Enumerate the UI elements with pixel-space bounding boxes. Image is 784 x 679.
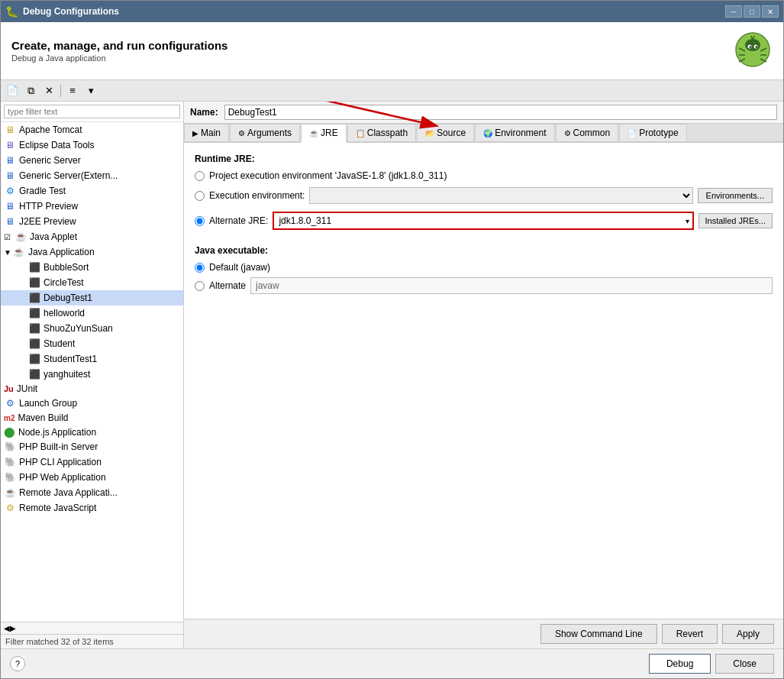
apply-button[interactable]: Apply <box>722 624 774 644</box>
debug-button[interactable]: Debug <box>649 654 711 674</box>
debugtest1-icon: ⬛ <box>28 292 40 304</box>
exec-env-radio[interactable] <box>195 191 205 201</box>
sidebar-item-helloworld[interactable]: ⬛ helloworld <box>1 306 183 321</box>
sidebar-item-label: Generic Server <box>19 155 81 166</box>
sidebar-item-yanghuitest[interactable]: ⬛ yanghuitest <box>1 367 183 382</box>
tab-main-label: Main <box>201 128 221 138</box>
sidebar-item-label: ShuoZuYunSuan <box>44 323 113 334</box>
sidebar-item-label: Remote Java Applicati... <box>19 487 118 498</box>
scroll-right-button[interactable]: ▶ <box>10 624 16 632</box>
svg-point-4 <box>750 46 751 47</box>
remote-java-icon: ☕ <box>4 487 16 499</box>
sidebar-item-label: Remote JavaScript <box>19 503 96 513</box>
shuozuyunsuan-icon: ⬛ <box>28 322 40 335</box>
alternate-jre-label: Alternate JRE: <box>209 215 268 226</box>
sidebar-item-junit[interactable]: Ju JUnit <box>1 382 183 396</box>
tab-main[interactable]: ▶ Main <box>184 124 229 141</box>
j2ee-icon: 🖥 <box>4 215 16 228</box>
dropdown-button[interactable]: ▾ <box>82 82 99 99</box>
sidebar-item-launch-group[interactable]: ⚙ Launch Group <box>1 396 183 411</box>
help-button[interactable]: ? <box>10 656 25 671</box>
sidebar-item-j2ee-preview[interactable]: 🖥 J2EE Preview <box>1 214 183 229</box>
panel-action-bar: Show Command Line Revert Apply <box>184 619 783 648</box>
duplicate-button[interactable]: ⧉ <box>22 82 39 99</box>
sidebar-item-label: PHP CLI Application <box>19 457 102 467</box>
default-javaw-row: Default (javaw) <box>195 262 773 273</box>
jre-select[interactable]: jdk1.8.0_311 <box>274 213 692 228</box>
prototype-tab-icon: 📄 <box>628 129 637 137</box>
sidebar-item-student[interactable]: ⬛ Student <box>1 336 183 351</box>
sidebar-item-maven-build[interactable]: m2 Maven Build <box>1 411 183 425</box>
sidebar-item-java-application[interactable]: ▼ ☕ Java Application <box>1 244 183 260</box>
toolbar: 📄 ⧉ ✕ ≡ ▾ <box>1 80 783 102</box>
default-javaw-radio[interactable] <box>195 263 205 273</box>
sidebar-item-apache-tomcat[interactable]: 🖥 Apache Tomcat <box>1 122 183 137</box>
show-command-line-button[interactable]: Show Command Line <box>540 624 657 644</box>
alternate-exec-input[interactable] <box>250 277 773 294</box>
common-tab-icon: ⚙ <box>564 129 571 137</box>
sidebar-item-label: Student <box>44 338 75 349</box>
sidebar-item-label: yanghuitest <box>44 369 90 380</box>
tab-prototype[interactable]: 📄 Prototype <box>619 124 686 141</box>
project-exec-env-row: Project execution environment 'JavaSE-1.… <box>195 170 773 181</box>
classpath-tab-icon: 📋 <box>356 129 365 137</box>
sidebar-item-studenttest1[interactable]: ⬛ StudentTest1 <box>1 351 183 367</box>
sidebar: 🖥 Apache Tomcat 🖥 Eclipse Data Tools 🖥 G… <box>1 102 184 648</box>
remote-js-icon: ⚙ <box>4 502 16 514</box>
tab-classpath[interactable]: 📋 Classpath <box>347 124 416 141</box>
sidebar-item-remote-js[interactable]: ⚙ Remote JavaScript <box>1 500 183 516</box>
tab-source[interactable]: 📂 Source <box>417 124 474 141</box>
php-web-icon: 🐘 <box>4 471 16 483</box>
applet-icon: ☕ <box>15 231 27 243</box>
maximize-button[interactable]: □ <box>744 5 760 18</box>
sidebar-item-debugtest1[interactable]: ⬛ DebugTest1 <box>1 290 183 306</box>
circletest-icon: ⬛ <box>28 276 40 289</box>
sidebar-item-java-applet[interactable]: ☑ ☕ Java Applet <box>1 229 183 244</box>
sidebar-item-shuozuyunsuan[interactable]: ⬛ ShuoZuYunSuan <box>1 321 183 336</box>
sidebar-item-http-preview[interactable]: 🖥 HTTP Preview <box>1 199 183 214</box>
studenttest1-icon: ⬛ <box>28 353 40 365</box>
sidebar-item-eclipse-data-tools[interactable]: 🖥 Eclipse Data Tools <box>1 137 183 153</box>
http-icon: 🖥 <box>4 200 16 212</box>
name-input[interactable] <box>224 105 777 120</box>
sidebar-item-php-builtin[interactable]: 🐘 PHP Built-in Server <box>1 439 183 454</box>
yanghuitest-icon: ⬛ <box>28 368 40 380</box>
tab-arguments[interactable]: ⚙ Arguments <box>230 124 300 141</box>
project-exec-radio[interactable] <box>195 171 205 181</box>
revert-button[interactable]: Revert <box>662 624 718 644</box>
alternate-jre-radio[interactable] <box>195 216 205 226</box>
sidebar-item-php-web[interactable]: 🐘 PHP Web Application <box>1 470 183 485</box>
close-button[interactable]: ✕ <box>762 5 779 18</box>
source-tab-icon: 📂 <box>425 129 434 137</box>
sidebar-item-php-cli[interactable]: 🐘 PHP CLI Application <box>1 454 183 470</box>
minimize-button[interactable]: ─ <box>725 5 742 18</box>
tab-jre[interactable]: ☕ JRE <box>301 124 347 143</box>
sidebar-item-circletest[interactable]: ⬛ CircleTest <box>1 275 183 290</box>
installed-jres-button[interactable]: Installed JREs... <box>699 213 773 228</box>
scroll-left-button[interactable]: ◀ <box>4 624 10 632</box>
tabs-bar: ▶ Main ⚙ Arguments ☕ JRE 📋 Classpath 📂 <box>184 124 783 143</box>
filter-input[interactable] <box>4 105 180 118</box>
alternate-exec-label: Alternate <box>209 280 246 291</box>
tab-environment-label: Environment <box>495 128 546 138</box>
tab-classpath-label: Classpath <box>367 128 408 138</box>
sidebar-item-nodejs[interactable]: ⬤ Node.js Application <box>1 425 183 439</box>
expand-arrow[interactable]: ▼ <box>4 248 11 257</box>
nodejs-icon: ⬤ <box>4 426 15 438</box>
delete-button[interactable]: ✕ <box>40 82 57 99</box>
svg-point-1 <box>745 39 760 51</box>
tab-common[interactable]: ⚙ Common <box>556 124 619 141</box>
close-button[interactable]: Close <box>715 654 774 674</box>
sidebar-item-generic-server[interactable]: 🖥 Generic Server <box>1 153 183 168</box>
filter-button[interactable]: ≡ <box>64 82 81 99</box>
exec-env-label: Execution environment: <box>209 190 305 201</box>
sidebar-item-bubblesort[interactable]: ⬛ BubbleSort <box>1 260 183 275</box>
alternate-exec-radio[interactable] <box>195 281 205 291</box>
environments-button[interactable]: Environments... <box>698 188 773 203</box>
tab-environment[interactable]: 🌍 Environment <box>475 124 554 141</box>
exec-env-select[interactable] <box>309 187 692 204</box>
sidebar-item-gradle-test[interactable]: ⚙ Gradle Test <box>1 183 183 199</box>
sidebar-item-generic-server-ext[interactable]: 🖥 Generic Server(Extern... <box>1 168 183 183</box>
sidebar-item-remote-java[interactable]: ☕ Remote Java Applicati... <box>1 485 183 500</box>
new-config-button[interactable]: 📄 <box>4 82 21 99</box>
